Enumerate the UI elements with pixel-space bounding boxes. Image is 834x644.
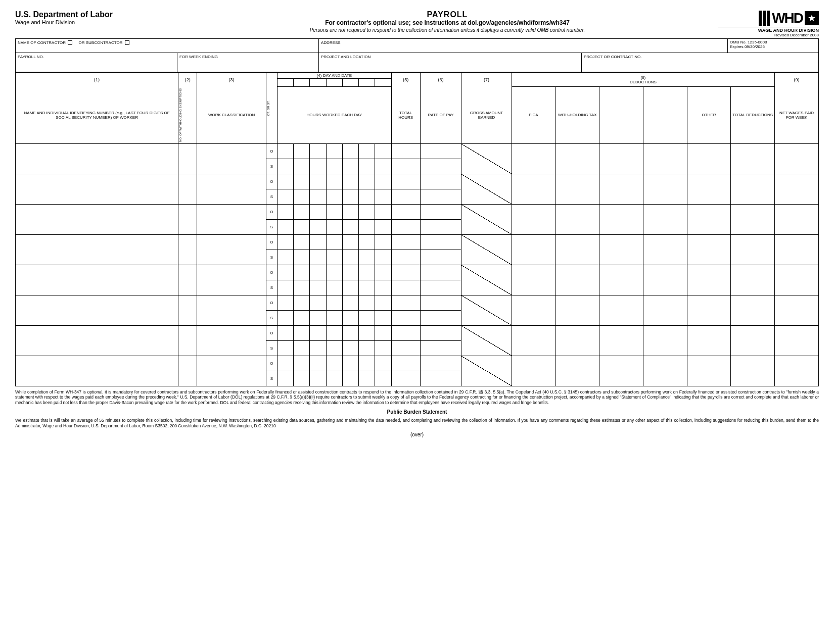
total-deductions-cell[interactable] (731, 356, 775, 386)
hours-cell[interactable] (375, 219, 391, 234)
hours-cell[interactable] (326, 250, 342, 265)
exemptions-cell[interactable] (178, 204, 197, 234)
total-deductions-cell[interactable] (731, 204, 775, 234)
hours-cell[interactable] (342, 295, 358, 310)
rate-cell[interactable] (420, 265, 461, 280)
hours-cell[interactable] (310, 310, 326, 325)
hours-cell[interactable] (375, 280, 391, 295)
hours-cell[interactable] (277, 325, 294, 340)
hours-cell[interactable] (326, 310, 342, 325)
hours-cell[interactable] (294, 189, 310, 204)
hours-cell[interactable] (277, 219, 294, 234)
fica-cell[interactable] (512, 174, 555, 204)
deduction-cell[interactable] (599, 204, 643, 234)
withholding-cell[interactable] (555, 265, 599, 295)
gross-amount-cell[interactable] (461, 234, 512, 265)
exemptions-cell[interactable] (178, 295, 197, 325)
other-cell[interactable] (687, 204, 731, 234)
hours-cell[interactable] (359, 189, 375, 204)
fica-cell[interactable] (512, 295, 555, 325)
hours-cell[interactable] (375, 340, 391, 356)
classification-cell[interactable] (197, 356, 266, 386)
hours-cell[interactable] (342, 325, 358, 340)
hours-cell[interactable] (326, 204, 342, 219)
withholding-cell[interactable] (555, 234, 599, 265)
hours-cell[interactable] (375, 143, 391, 159)
hours-cell[interactable] (326, 159, 342, 174)
hours-cell[interactable] (342, 250, 358, 265)
hours-cell[interactable] (310, 219, 326, 234)
net-wages-cell[interactable] (775, 265, 819, 295)
hours-cell[interactable] (277, 310, 294, 325)
hours-cell[interactable] (375, 325, 391, 340)
deduction-cell[interactable] (643, 295, 687, 325)
other-cell[interactable] (687, 265, 731, 295)
hours-cell[interactable] (326, 174, 342, 189)
exemptions-cell[interactable] (178, 234, 197, 265)
rate-cell[interactable] (420, 295, 461, 310)
hours-cell[interactable] (310, 174, 326, 189)
deduction-cell[interactable] (643, 143, 687, 174)
fica-cell[interactable] (512, 356, 555, 386)
total-hours-cell[interactable] (391, 234, 420, 250)
hours-cell[interactable] (375, 159, 391, 174)
hours-cell[interactable] (326, 143, 342, 159)
hours-cell[interactable] (375, 189, 391, 204)
total-hours-cell[interactable] (391, 371, 420, 386)
worker-name-cell[interactable] (16, 356, 178, 386)
withholding-cell[interactable] (555, 204, 599, 234)
hours-cell[interactable] (310, 250, 326, 265)
net-wages-cell[interactable] (775, 325, 819, 356)
deduction-cell[interactable] (599, 356, 643, 386)
withholding-cell[interactable] (555, 143, 599, 174)
hours-cell[interactable] (277, 189, 294, 204)
hours-cell[interactable] (359, 204, 375, 219)
total-hours-cell[interactable] (391, 143, 420, 159)
hours-cell[interactable] (342, 371, 358, 386)
other-cell[interactable] (687, 295, 731, 325)
hours-cell[interactable] (277, 143, 294, 159)
total-deductions-cell[interactable] (731, 143, 775, 174)
rate-cell[interactable] (420, 219, 461, 234)
deduction-cell[interactable] (599, 234, 643, 265)
deduction-cell[interactable] (643, 204, 687, 234)
hours-cell[interactable] (294, 325, 310, 340)
deduction-cell[interactable] (643, 234, 687, 265)
gross-amount-cell[interactable] (461, 325, 512, 356)
hours-cell[interactable] (277, 174, 294, 189)
hours-cell[interactable] (375, 234, 391, 250)
total-deductions-cell[interactable] (731, 174, 775, 204)
exemptions-cell[interactable] (178, 265, 197, 295)
hours-cell[interactable] (294, 143, 310, 159)
rate-cell[interactable] (420, 325, 461, 340)
hours-cell[interactable] (277, 295, 294, 310)
total-deductions-cell[interactable] (731, 234, 775, 265)
total-hours-cell[interactable] (391, 265, 420, 280)
hours-cell[interactable] (326, 280, 342, 295)
hours-cell[interactable] (277, 280, 294, 295)
deduction-cell[interactable] (643, 174, 687, 204)
gross-amount-cell[interactable] (461, 356, 512, 386)
total-deductions-cell[interactable] (731, 325, 775, 356)
gross-amount-cell[interactable] (461, 174, 512, 204)
hours-cell[interactable] (359, 234, 375, 250)
classification-cell[interactable] (197, 143, 266, 174)
hours-cell[interactable] (326, 340, 342, 356)
rate-cell[interactable] (420, 204, 461, 219)
hours-cell[interactable] (375, 174, 391, 189)
hours-cell[interactable] (310, 189, 326, 204)
hours-cell[interactable] (342, 310, 358, 325)
rate-cell[interactable] (420, 234, 461, 250)
hours-cell[interactable] (359, 250, 375, 265)
hours-cell[interactable] (294, 174, 310, 189)
net-wages-cell[interactable] (775, 143, 819, 174)
hours-cell[interactable] (326, 371, 342, 386)
worker-name-cell[interactable] (16, 204, 178, 234)
hours-cell[interactable] (359, 159, 375, 174)
other-cell[interactable] (687, 356, 731, 386)
hours-cell[interactable] (294, 371, 310, 386)
other-cell[interactable] (687, 143, 731, 174)
hours-cell[interactable] (326, 295, 342, 310)
hours-cell[interactable] (326, 356, 342, 371)
deduction-cell[interactable] (643, 265, 687, 295)
